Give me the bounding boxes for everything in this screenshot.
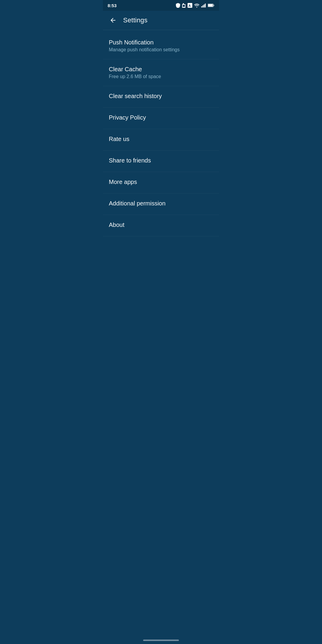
svg-rect-1	[183, 5, 185, 7]
settings-item-clear-cache[interactable]: Clear Cache Free up 2.6 MB of space	[103, 59, 219, 86]
svg-rect-11	[208, 4, 213, 7]
status-bar: 8:53 A	[103, 0, 219, 11]
settings-item-more-apps[interactable]: More apps	[103, 172, 219, 193]
battery-icon	[208, 4, 214, 7]
settings-item-about[interactable]: About	[103, 215, 219, 236]
app-bar: Settings	[103, 11, 219, 30]
shield-icon	[176, 3, 180, 8]
page-title: Settings	[123, 16, 148, 24]
about-title: About	[109, 222, 213, 228]
settings-item-push-notification[interactable]: Push Notification Manage push notificati…	[103, 32, 219, 59]
settings-item-privacy-policy[interactable]: Privacy Policy	[103, 108, 219, 129]
push-notification-title: Push Notification	[109, 39, 213, 46]
additional-permission-title: Additional permission	[109, 200, 213, 207]
back-arrow-icon	[109, 17, 117, 24]
svg-rect-10	[213, 5, 214, 6]
settings-item-rate-us[interactable]: Rate us	[103, 129, 219, 151]
clear-cache-subtitle: Free up 2.6 MB of space	[109, 74, 213, 79]
svg-rect-7	[204, 4, 205, 7]
font-download-icon: A	[188, 3, 192, 8]
clear-cache-title: Clear Cache	[109, 66, 213, 73]
svg-text:A: A	[188, 4, 191, 7]
signal-icon	[201, 3, 206, 7]
wifi-icon	[194, 3, 199, 7]
settings-item-clear-search-history[interactable]: Clear search history	[103, 86, 219, 108]
privacy-policy-title: Privacy Policy	[109, 114, 213, 121]
status-icons: A	[176, 3, 214, 8]
status-time: 8:53	[108, 3, 117, 8]
settings-item-additional-permission[interactable]: Additional permission	[103, 193, 219, 215]
share-to-friends-title: Share to friends	[109, 157, 213, 164]
back-button[interactable]	[108, 15, 118, 26]
rate-us-title: Rate us	[109, 136, 213, 143]
push-notification-subtitle: Manage push notification settings	[109, 47, 213, 52]
sim-card-icon	[182, 3, 186, 8]
svg-rect-5	[201, 6, 202, 7]
svg-rect-2	[183, 3, 184, 4]
settings-list: Push Notification Manage push notificati…	[103, 30, 219, 239]
settings-item-share-to-friends[interactable]: Share to friends	[103, 151, 219, 172]
more-apps-title: More apps	[109, 179, 213, 185]
clear-search-history-title: Clear search history	[109, 93, 213, 100]
svg-rect-8	[205, 4, 206, 7]
svg-rect-6	[202, 5, 203, 7]
